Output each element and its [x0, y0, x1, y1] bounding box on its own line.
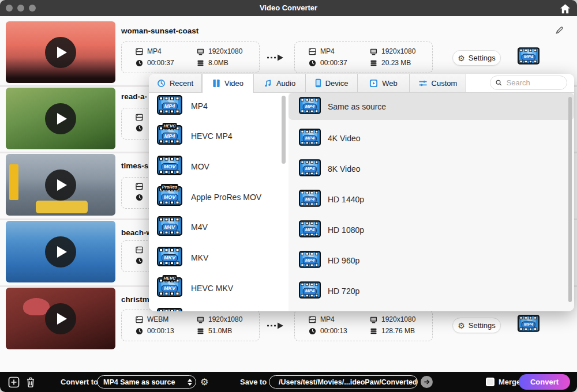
target-duration: 00:00:13 [320, 327, 347, 335]
video-format-icon: MP4 [299, 190, 321, 209]
video-thumbnail-beach[interactable] [6, 221, 115, 282]
app-window: Video Converter woman-sunset-coast MP4 1… [0, 0, 577, 392]
play-button[interactable] [45, 303, 76, 334]
source-resolution: 1920x1080 [208, 315, 242, 323]
format-item-hevc-mp4[interactable]: MP4HEVC HEVC MP4 [157, 123, 233, 149]
tab-recent[interactable]: Recent [149, 74, 202, 92]
format-item-m4v[interactable]: M4V M4V [157, 214, 208, 240]
gear-icon: ⚙ [458, 322, 465, 330]
delete-button[interactable] [25, 372, 36, 392]
convert-to-label: Convert to [61, 372, 98, 392]
home-icon[interactable] [559, 2, 571, 15]
filesize-icon [197, 327, 204, 335]
play-button[interactable] [45, 169, 76, 201]
video-format-icon: MP4 [299, 129, 321, 148]
tab-web[interactable]: Web [358, 74, 410, 92]
video-thumbnail-times-square[interactable] [6, 154, 115, 216]
popup-tabs: Recent Video Audio Device Web Custom [149, 74, 574, 93]
video-format-icon: MP4 [157, 95, 182, 117]
resolution-item-hd1080[interactable]: MP4 HD 1080p 1920*1080 [288, 214, 574, 245]
format-item-mkv[interactable]: MKV MKV [157, 245, 208, 270]
convert-button[interactable]: Convert [519, 374, 570, 390]
video-format-icon: MOVProRes [157, 186, 182, 208]
tab-device[interactable]: Device [306, 74, 358, 92]
resolution-item-hd960[interactable]: MP4 HD 960p 1280*960 [288, 245, 574, 276]
video-thumbnail-christmas[interactable] [6, 288, 115, 349]
edit-icon[interactable] [554, 25, 564, 37]
format-list-scrollbar[interactable] [282, 96, 286, 164]
tab-custom[interactable]: Custom [410, 74, 466, 92]
save-path-field[interactable]: /Users/test/Movies/...ideoPaw/Converted [269, 375, 418, 389]
target-info-box: MP4 1920x1080 00:00:13 128.76 MB [294, 310, 433, 341]
resolution-item-hd1440[interactable]: MP4 HD 1440p 1920*1440 [288, 184, 574, 214]
video-format-icon: MP4 [299, 97, 321, 116]
save-to-label: Save to [240, 372, 267, 392]
format-item-prores-mov[interactable]: MOVProRes Apple ProRes MOV [157, 184, 261, 210]
target-resolution: 1920x1080 [381, 315, 415, 323]
source-info-box: WEBM 1920x1080 00:00:13 51.0MB [121, 310, 260, 341]
duration-icon [136, 257, 143, 265]
format-item-mov[interactable]: MOV MOV [157, 154, 209, 179]
device-icon [315, 78, 321, 88]
file-format-icon [136, 246, 143, 254]
target-resolution: 1920x1080 [381, 47, 415, 55]
resolution-item-8k[interactable]: MP4 8K Video 7680*4320 [288, 153, 574, 184]
merge-checkbox[interactable] [486, 378, 494, 386]
tab-audio[interactable]: Audio [254, 74, 306, 92]
video-title: christm [121, 295, 149, 304]
dropdown-stepper-icon [188, 379, 192, 386]
open-folder-arrow-button[interactable] [421, 376, 433, 388]
target-size: 20.23 MB [381, 59, 411, 67]
kodak-sign [9, 164, 18, 200]
video-title: woman-sunset-coast [121, 27, 198, 35]
resolution-item-hd720[interactable]: MP4 HD 720p 1280*720 [288, 276, 574, 306]
video-thumbnail-read-a-book[interactable] [6, 88, 115, 149]
output-settings-gear[interactable]: ⚙ [200, 372, 208, 392]
merge-label: Merge [499, 372, 520, 392]
play-button[interactable] [45, 37, 76, 68]
output-format-icon[interactable]: MP4 [518, 47, 539, 67]
web-icon [369, 79, 378, 88]
video-format-icon: MKVHEVC [157, 277, 182, 299]
target-format: MP4 [320, 47, 335, 55]
target-format: MP4 [320, 315, 335, 323]
settings-button[interactable]: ⚙ Settings [452, 50, 501, 66]
duration-icon [136, 59, 143, 67]
video-thumbnail-woman-sunset[interactable] [6, 21, 115, 83]
resolution-list-scrollbar[interactable] [568, 97, 572, 302]
video-format-icon: MOV [157, 156, 182, 178]
resolution-icon [197, 316, 204, 323]
play-button[interactable] [45, 103, 76, 134]
format-item-mp4[interactable]: MP4 MP4 [157, 93, 208, 119]
output-format-icon[interactable]: MP4 [518, 315, 539, 334]
format-item-partial [157, 306, 182, 311]
resolution-item-same-as-source[interactable]: MP4 Same as source Auto ⚙ [288, 93, 574, 120]
duration-icon [136, 194, 143, 201]
resolution-item-4k[interactable]: MP4 4K Video 3840*2160 [288, 123, 574, 153]
convert-to-dropdown[interactable]: MP4 Same as source [97, 375, 196, 389]
video-format-icon: M4V [157, 216, 182, 238]
gear-icon: ⚙ [458, 54, 465, 62]
video-title: beach-w [121, 228, 152, 237]
settings-button[interactable]: ⚙ Settings [452, 318, 501, 333]
source-resolution: 1920x1080 [208, 47, 242, 55]
tab-video[interactable]: Video [202, 74, 254, 93]
titlebar: Video Converter [0, 0, 577, 16]
convert-arrow-icon [267, 54, 284, 62]
video-format-icon: MKV [157, 247, 182, 269]
bottom-toolbar: Convert to MP4 Same as source ⚙ Save to … [0, 372, 577, 392]
file-format-icon [136, 48, 143, 55]
search-field[interactable] [490, 76, 567, 90]
source-size: 51.0MB [208, 327, 232, 335]
source-duration: 00:00:37 [147, 59, 174, 67]
add-file-button[interactable] [8, 372, 20, 392]
format-item-hevc-mkv[interactable]: MKVHEVC HEVC MKV [157, 276, 233, 301]
search-icon [496, 79, 502, 86]
search-input[interactable] [505, 78, 561, 88]
play-button[interactable] [45, 236, 76, 267]
window-title: Video Converter [0, 0, 577, 16]
file-format-icon [136, 114, 143, 121]
target-info-box: MP4 1920x1080 00:00:37 20.23 MB [294, 42, 433, 73]
duration-icon [309, 59, 316, 67]
video-icon [212, 79, 220, 88]
